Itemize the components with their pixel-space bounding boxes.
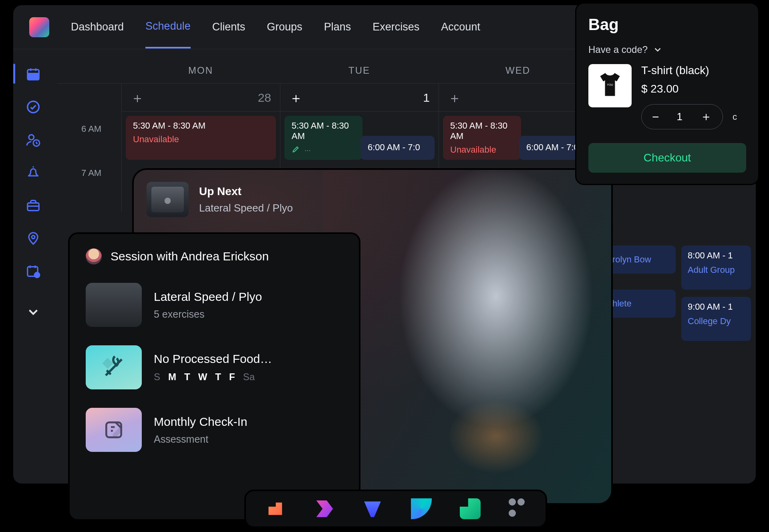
event-tue-6am[interactable]: 6:00 AM - 7:0	[360, 136, 435, 160]
session-header: Session with Andrea Erickson	[86, 248, 343, 264]
weekday: Sa	[243, 371, 255, 383]
weekday: T	[215, 371, 221, 383]
rail-check-circle-icon[interactable]	[24, 98, 42, 116]
session-item-name: No Processed Food…	[154, 352, 272, 366]
rail-briefcase-icon[interactable]	[24, 197, 42, 214]
promo-code-label: Have a code?	[588, 44, 648, 55]
time-6am: 6 AM	[81, 124, 121, 168]
nav-exercises[interactable]: Exercises	[372, 21, 419, 48]
add-event-wed[interactable]: ＋	[448, 91, 461, 105]
bag-panel: Bag Have a code? YOU T-shirt (black) $ 2…	[575, 2, 759, 185]
dock-app-3[interactable]	[362, 498, 383, 519]
assessment-icon	[86, 408, 142, 452]
upnext-title: Up Next	[199, 185, 293, 198]
quantity-stepper: − 1 ＋	[641, 104, 723, 129]
icon-rail	[13, 57, 53, 321]
qty-decrease[interactable]: −	[652, 110, 659, 124]
event-label: College Dy	[688, 316, 745, 326]
bag-title: Bag	[588, 16, 746, 34]
peek-event[interactable]: 9:00 AM - 1 College Dy	[681, 297, 751, 341]
rail-user-clock-icon[interactable]	[24, 131, 42, 149]
weekday: S	[154, 371, 160, 383]
session-item-workout[interactable]: Lateral Speed / Plyo 5 exercises	[86, 283, 343, 327]
session-card: Session with Andrea Erickson Lateral Spe…	[68, 232, 360, 521]
session-title: Session with Andrea Erickson	[111, 250, 269, 263]
nav-account[interactable]: Account	[441, 21, 480, 48]
event-label: Unavailable	[450, 145, 514, 155]
peek-event[interactable]: 8:00 AM - 1 Adult Group	[681, 246, 751, 290]
event-edit-row: …	[292, 145, 355, 153]
nav-schedule[interactable]: Schedule	[145, 20, 191, 48]
event-label: Adult Group	[688, 265, 745, 275]
event-time: 5:30 AM - 8:30 AM	[292, 121, 355, 141]
rail-expand-icon[interactable]	[24, 303, 42, 321]
peek-col-b: 8:00 AM - 1 Adult Group 9:00 AM - 1 Coll…	[681, 246, 751, 348]
pencil-icon	[292, 145, 300, 153]
nav-groups[interactable]: Groups	[267, 21, 302, 48]
day-head-wed: WED	[439, 65, 597, 76]
rail-location-icon[interactable]	[24, 230, 42, 247]
dock-app-2[interactable]	[313, 498, 334, 519]
dock-app-6[interactable]	[509, 498, 527, 519]
event-label: Unavailable	[133, 134, 269, 145]
dock-app-1[interactable]	[264, 498, 285, 519]
svg-rect-8	[28, 203, 39, 211]
peek-event[interactable]: rolyn Bow	[606, 246, 676, 274]
dock-app-4[interactable]	[411, 498, 432, 519]
bag-item-thumbnail: YOU	[588, 64, 632, 107]
nav-clients[interactable]: Clients	[212, 21, 246, 48]
checkout-button[interactable]: Checkout	[588, 143, 746, 173]
daynum-tue: 1	[423, 91, 430, 105]
add-event-tue[interactable]: ＋	[289, 91, 303, 105]
weekday: F	[229, 371, 235, 383]
rail-calendar-user-icon[interactable]	[24, 262, 42, 280]
session-item-habit[interactable]: No Processed Food… SMTWTFSa	[86, 345, 343, 389]
weekday-row: SMTWTFSa	[154, 371, 272, 383]
rail-calendar-icon[interactable]	[24, 65, 42, 83]
bag-item-name: T-shirt (black)	[641, 64, 746, 77]
svg-text:YOU: YOU	[607, 83, 613, 87]
bag-item[interactable]: YOU T-shirt (black) $ 23.00 − 1 ＋ c	[588, 64, 746, 129]
event-time: 8:00 AM - 1	[688, 250, 745, 261]
promo-code-toggle[interactable]: Have a code?	[588, 44, 746, 55]
weekday: W	[198, 371, 207, 383]
hero-image	[323, 170, 611, 503]
dock-app-5[interactable]	[460, 498, 481, 519]
avatar	[86, 248, 102, 264]
workout-thumbnail	[86, 283, 142, 327]
main-nav: Dashboard Schedule Clients Groups Plans …	[71, 20, 480, 34]
day-head-mon: MON	[121, 65, 280, 76]
svg-point-13	[34, 272, 40, 278]
upnext-subtitle: Lateral Speed / Plyo	[199, 202, 293, 214]
svg-point-6	[29, 135, 34, 140]
nav-plans[interactable]: Plans	[324, 21, 351, 48]
add-event-mon[interactable]: ＋	[131, 91, 144, 105]
event-time: 5:30 AM - 8:30 AM	[133, 121, 269, 131]
tshirt-icon: YOU	[595, 71, 625, 101]
day-head-tue: TUE	[280, 65, 439, 76]
time-column: 6 AM 7 AM	[81, 84, 121, 212]
weekday: T	[184, 371, 190, 383]
session-item-assessment[interactable]: Monthly Check-In Assessment	[86, 408, 343, 452]
app-logo	[29, 17, 49, 37]
event-wed-unavailable[interactable]: 5:30 AM - 8:30 AM Unavailable	[443, 116, 521, 160]
upnext-thumbnail	[147, 182, 189, 217]
qty-increase[interactable]: ＋	[700, 109, 712, 125]
weekday: M	[168, 371, 176, 383]
food-icon	[86, 345, 142, 389]
event-time: 6:00 AM - 7:0	[368, 142, 427, 153]
session-item-sub: Assessment	[154, 433, 247, 445]
rail-bell-icon[interactable]	[24, 164, 42, 181]
svg-point-9	[32, 236, 35, 239]
peek-event[interactable]: hlete	[606, 290, 676, 318]
currency-hint: c	[733, 112, 737, 122]
time-7am: 7 AM	[81, 168, 121, 212]
event-time: 9:00 AM - 1	[688, 302, 745, 312]
event-tue-session[interactable]: 5:30 AM - 8:30 AM …	[284, 116, 362, 160]
chevron-down-icon	[652, 44, 663, 55]
bag-item-price: $ 23.00	[641, 83, 746, 95]
event-time: 5:30 AM - 8:30 AM	[450, 121, 514, 141]
session-item-name: Lateral Speed / Plyo	[154, 290, 262, 304]
event-mon-unavailable[interactable]: 5:30 AM - 8:30 AM Unavailable	[126, 116, 276, 160]
nav-dashboard[interactable]: Dashboard	[71, 21, 124, 48]
